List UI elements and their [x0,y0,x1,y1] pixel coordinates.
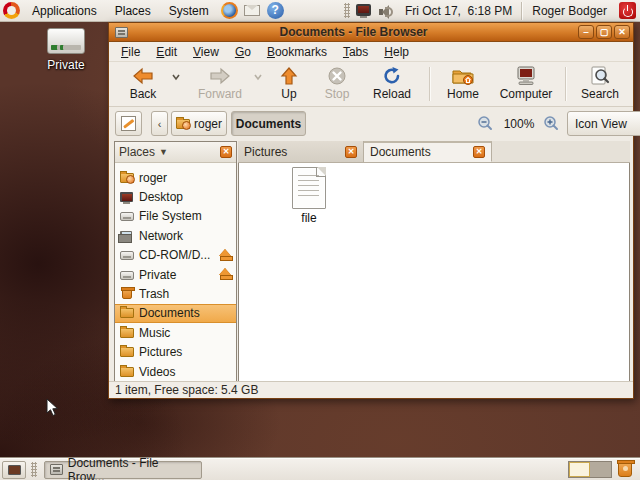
menu-tabs[interactable]: Tabs [335,43,376,61]
workspace-switcher [568,461,612,478]
window-body: Places ▼ ✕ roger Desktop File System Net… [109,141,633,382]
mail-icon[interactable] [244,2,261,19]
power-icon[interactable] [619,2,636,19]
back-history-chevron-icon[interactable] [171,72,181,82]
up-arrow-icon [279,66,299,86]
trash-icon[interactable] [618,462,632,477]
edit-location-button[interactable] [115,111,142,136]
show-desktop-button[interactable] [2,461,26,479]
file-item[interactable]: file [281,167,337,225]
computer-label: Computer [500,87,553,101]
forward-history-chevron-icon [253,72,263,82]
workspace-1[interactable] [569,462,590,477]
desktop-icon-private[interactable]: Private [36,28,96,72]
tray-separator [521,2,522,20]
back-label: Back [130,87,157,101]
folder-icon [120,308,134,318]
status-bar: 1 item, Free space: 5.4 GB [109,381,633,398]
sidebar-item-videos[interactable]: Videos [115,362,236,381]
task-button-label: Documents - File Brow... [68,456,196,480]
back-button[interactable]: Back [117,64,169,105]
menu-edit[interactable]: Edit [148,43,185,61]
reload-button[interactable]: Reload [367,64,417,105]
sidebar-item-file-system[interactable]: File System [115,207,236,226]
sidebar-item-pictures[interactable]: Pictures [115,343,236,362]
stop-icon [327,66,347,86]
desktop-thumbnail-icon [8,465,21,475]
trash-icon [122,289,132,299]
eject-icon[interactable] [218,268,233,281]
computer-button[interactable]: Computer [495,64,557,105]
sidebar-item-music[interactable]: Music [115,323,236,342]
menu-go[interactable]: Go [227,43,259,61]
zoom-out-button[interactable] [477,115,493,131]
menu-view[interactable]: View [185,43,227,61]
user-menu[interactable]: Roger Bodger [524,4,615,18]
minimize-button[interactable]: ‒ [578,25,594,39]
network-monitor-icon[interactable] [356,2,373,19]
close-button[interactable]: ✕ [614,25,630,39]
view-mode-select[interactable]: Icon View ▼ [567,111,640,136]
location-bar: ‹ roger Documents 100% Icon View ▼ [109,107,633,140]
up-button[interactable]: Up [269,64,309,105]
sidebar-close-icon[interactable]: ✕ [220,146,232,158]
tab-pictures[interactable]: Pictures ✕ [238,141,364,162]
help-icon[interactable]: ? [267,2,284,19]
search-label: Search [581,87,619,101]
chevron-left-icon: ‹ [158,118,162,130]
firefox-icon[interactable] [221,2,238,19]
menu-file[interactable]: File [113,43,148,61]
zoom-level: 100% [501,117,537,131]
search-button[interactable]: Search [575,64,625,105]
drive-icon [120,212,134,221]
forward-button: Forward [191,64,249,105]
path-roger-label: roger [194,117,222,131]
menu-system-label: System [169,4,209,18]
tab-close-icon[interactable]: ✕ [473,146,485,158]
sidebar: Places ▼ ✕ roger Desktop File System Net… [114,141,237,382]
titlebar[interactable]: Documents - File Browser ‒ ▢ ✕ [109,23,633,42]
path-scroll-left-button[interactable]: ‹ [151,111,168,136]
path-button-documents[interactable]: Documents [231,111,306,136]
volume-icon[interactable] [379,5,395,19]
tab-close-icon[interactable]: ✕ [345,146,357,158]
system-tray: Fri Oct 17, 6:18 PM Roger Bodger [341,0,640,22]
file-view[interactable]: file [238,163,630,382]
menu-bookmarks[interactable]: Bookmarks [259,43,335,61]
taskbar-drag-handle[interactable] [31,462,37,477]
ubuntu-logo-icon[interactable] [3,2,20,19]
stop-button: Stop [315,64,359,105]
clock[interactable]: Fri Oct 17, 6:18 PM [398,4,519,18]
back-arrow-icon [131,66,155,86]
menu-system[interactable]: System [160,0,218,22]
sidebar-header[interactable]: Places ▼ ✕ [115,142,236,163]
home-button[interactable]: Home [439,64,487,105]
desktop-icon [120,192,133,202]
sidebar-item-private[interactable]: Private [115,265,236,284]
sidebar-item-desktop[interactable]: Desktop [115,187,236,206]
sidebar-item-cdrom[interactable]: CD-ROM/D... [115,246,236,265]
tab-documents[interactable]: Documents ✕ [364,141,492,162]
file-label: file [281,211,337,225]
workspace-2[interactable] [590,462,611,477]
sidebar-item-roger[interactable]: roger [115,168,236,187]
menu-places[interactable]: Places [106,0,160,22]
sidebar-item-documents[interactable]: Documents [115,304,236,323]
tab-bar: Pictures ✕ Documents ✕ [238,141,630,163]
eject-icon[interactable] [218,249,233,262]
tray-drag-handle[interactable] [344,3,350,18]
toolbar: Back Forward Up Stop [109,62,633,107]
maximize-button[interactable]: ▢ [596,25,612,39]
folder-icon [120,367,134,377]
sidebar-item-trash[interactable]: Trash [115,284,236,303]
task-button-documents[interactable]: Documents - File Brow... [44,461,202,479]
menu-applications[interactable]: Applications [23,0,106,22]
path-button-roger[interactable]: roger [171,111,227,136]
zoom-in-button[interactable] [543,115,559,131]
cdrom-drive-icon [120,251,134,260]
menu-help[interactable]: Help [376,43,417,61]
sidebar-item-network[interactable]: Network [115,226,236,245]
forward-arrow-icon [208,66,232,86]
drive-icon [120,271,134,280]
computer-icon [514,66,538,86]
